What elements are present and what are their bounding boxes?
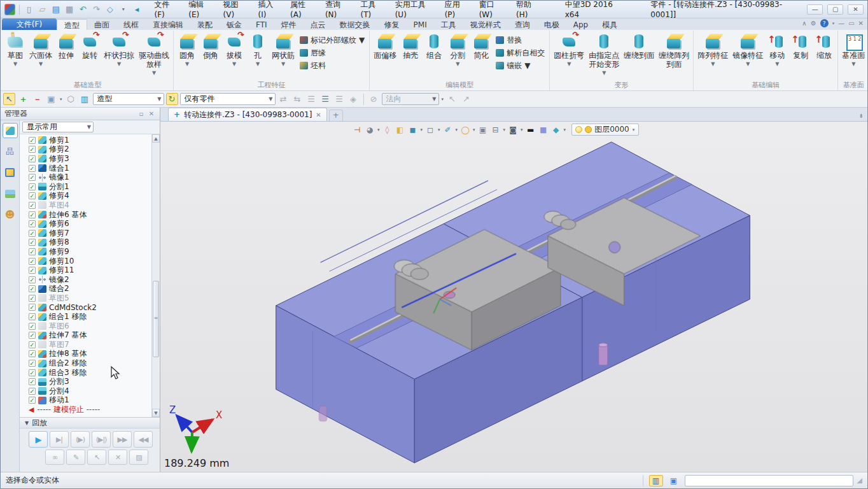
remove-icon[interactable]: －	[31, 93, 43, 105]
scope-combo[interactable]: 仅有零件 ▼	[180, 93, 276, 105]
settings-icon[interactable]: ⚙	[811, 20, 816, 27]
tree-item-拉伸8 基体[interactable]: ✓拉伸8 基体	[29, 350, 160, 359]
checkbox-checked-icon[interactable]: ✓	[29, 276, 36, 283]
align-left-icon[interactable]: ⇄	[277, 93, 290, 105]
ribbon-button-分割[interactable]: 分割▼	[446, 31, 469, 67]
ribbon-button-镶嵌[interactable]: 镶嵌▼	[493, 60, 547, 71]
checkbox-checked-icon[interactable]: ✓	[29, 192, 36, 199]
chevron-down-icon[interactable]: ▼	[851, 61, 855, 67]
checkbox-checked-icon[interactable]: ✓	[29, 341, 36, 348]
ribbon-button-组合[interactable]: 组合	[423, 31, 445, 60]
regen-icon[interactable]: ↻	[166, 93, 178, 105]
tree-item-修剪10[interactable]: ✓修剪10	[29, 257, 160, 266]
chevron-down-icon[interactable]: ▾	[421, 127, 423, 132]
exit-icon[interactable]: ⊣	[351, 124, 363, 136]
ribbon-button-缠绕到面[interactable]: 缠绕到面	[622, 31, 656, 60]
ribbon-tab-电极[interactable]: 电极	[537, 19, 566, 30]
window-icon[interactable]: ▣	[477, 124, 489, 136]
ribbon-tab-模具[interactable]: 模具	[595, 19, 624, 30]
tab-file[interactable]: 文件(F)	[2, 18, 57, 30]
tree-item-镜像2[interactable]: ✓镜像2	[29, 275, 160, 285]
session-tab-icon[interactable]: ☻	[3, 207, 18, 222]
tree-item-组合2 移除[interactable]: ✓组合2 移除	[29, 358, 160, 368]
section-icon[interactable]: ⊟	[490, 124, 501, 136]
color-swatch-icon[interactable]: ■	[538, 124, 549, 136]
scroll-down-icon[interactable]: ▼	[152, 409, 160, 417]
pick-cursor-icon[interactable]: ↖	[3, 93, 15, 105]
tree-item-拉伸6 基体[interactable]: ✓拉伸6 基体	[29, 210, 160, 220]
chevron-down-icon[interactable]: ▼	[232, 61, 236, 67]
undo-icon[interactable]: ↶	[78, 4, 88, 15]
tree-item-修剪9[interactable]: ✓修剪9	[29, 247, 160, 257]
ribbon-tab-装配[interactable]: 装配	[190, 19, 220, 30]
panel-close-icon[interactable]: ✕	[147, 110, 156, 117]
ribbon-tab-钣金[interactable]: 钣金	[220, 19, 249, 30]
panel-minimize-icon[interactable]: ▫	[137, 110, 146, 117]
tree-item-分割4[interactable]: ✓分割4	[29, 386, 160, 396]
ribbon-button-倒角[interactable]: 倒角	[199, 31, 222, 60]
play-through-button[interactable]: (▶)	[71, 431, 90, 448]
chevron-down-icon[interactable]: ▼	[13, 61, 17, 67]
ribbon-tab-造型[interactable]: 造型	[57, 19, 87, 30]
chevron-down-icon[interactable]: ▼	[775, 61, 779, 67]
menu-item[interactable]: 插入(I)	[253, 0, 284, 20]
rotate-view-icon[interactable]: ◕	[364, 124, 375, 136]
print-icon[interactable]: ▦	[64, 4, 75, 15]
pick-arrow-icon[interactable]: ↖	[446, 93, 458, 105]
tree-item-修剪11[interactable]: ✓修剪11	[29, 266, 160, 275]
view-compass-icon[interactable]: ◇	[104, 4, 115, 15]
ribbon-button-由指定点[interactable]: 由指定点开始变形▼	[587, 31, 621, 76]
chevron-down-icon[interactable]: ▾	[438, 127, 440, 132]
checkbox-checked-icon[interactable]: ✓	[29, 230, 36, 237]
chevron-down-icon[interactable]: ▼	[456, 61, 459, 67]
menu-item[interactable]: 窗口(W)	[475, 0, 510, 20]
checkbox-checked-icon[interactable]: ✓	[29, 350, 36, 357]
chevron-down-icon[interactable]: ▼	[39, 61, 43, 67]
menu-item[interactable]: 应用(P)	[440, 0, 473, 20]
tree-item-拉伸7 基体[interactable]: ✓拉伸7 基体	[29, 330, 160, 340]
chevron-down-icon[interactable]: ▼	[281, 61, 285, 67]
ribbon-button-圆柱折弯[interactable]: ↷圆柱折弯▼	[552, 31, 586, 67]
status-input[interactable]	[685, 475, 853, 486]
window-icon[interactable]: ▣	[667, 475, 681, 486]
checkbox-checked-icon[interactable]: ✓	[29, 332, 36, 339]
tree-scrollbar[interactable]: ▲ ≡ ▼	[151, 134, 160, 417]
collapse-qat-icon[interactable]: ◂	[131, 4, 142, 15]
tree-item-镜像1[interactable]: ✓镜像1	[29, 173, 160, 182]
checkbox-checked-icon[interactable]: ✓	[29, 174, 36, 181]
menu-item[interactable]: 视图(V)	[219, 0, 253, 20]
delete-button[interactable]: ✕	[108, 450, 127, 465]
maximize-icon[interactable]: ▢	[827, 4, 843, 15]
menu-item[interactable]: 实用工具(U)	[391, 0, 439, 20]
chevron-down-icon[interactable]: ▾	[521, 127, 523, 132]
ribbon-button-抽壳[interactable]: 抽壳	[399, 31, 422, 60]
add-icon[interactable]: ＋	[17, 93, 29, 105]
ribbon-button-圆角[interactable]: 圆角▼	[176, 31, 199, 67]
chevron-down-icon[interactable]: ▾	[60, 97, 62, 102]
ribbon-tab-数据交换[interactable]: 数据交换	[333, 19, 377, 30]
play-range-button[interactable]: (▶|)	[92, 431, 111, 448]
playback-header[interactable]: ▼ 回放	[20, 418, 160, 429]
doc-minimize-icon[interactable]: —	[838, 20, 844, 27]
ribbon-tab-查询[interactable]: 查询	[508, 19, 537, 30]
ring-icon[interactable]: ◯	[459, 124, 471, 136]
checkbox-checked-icon[interactable]: ✓	[29, 397, 36, 404]
normal-combo[interactable]: 法向 ▼	[382, 93, 439, 105]
ribbon-button-缩放[interactable]: ↑缩放	[813, 31, 836, 60]
ribbon-tab-点云[interactable]: 点云	[304, 19, 333, 30]
shade-face-icon[interactable]: ◧	[395, 124, 406, 136]
chevron-down-icon[interactable]: ▾	[118, 4, 129, 15]
tree-item-草图5[interactable]: ✓草图5	[29, 294, 160, 303]
chevron-down-icon[interactable]: ▾	[456, 127, 458, 132]
chevron-down-icon[interactable]: ▾	[564, 127, 566, 132]
assembly-tab-icon[interactable]: 品	[3, 144, 18, 159]
checkbox-checked-icon[interactable]: ✓	[29, 369, 36, 376]
display-chart-icon[interactable]: ▥	[79, 93, 91, 105]
ribbon-button-杆状扫掠[interactable]: ↷杆状扫掠▼	[102, 31, 136, 67]
tree-item-组合3 移除[interactable]: ✓组合3 移除	[29, 368, 160, 378]
shaded-sphere-icon[interactable]: ◙	[507, 124, 519, 136]
rewind-button[interactable]: ◀◀	[134, 431, 153, 448]
tab-close-icon[interactable]: ✕	[316, 111, 321, 118]
tree-item-修剪8[interactable]: ✓修剪8	[29, 238, 160, 248]
ribbon-button-基准面[interactable]: 基准面▼	[840, 31, 867, 67]
